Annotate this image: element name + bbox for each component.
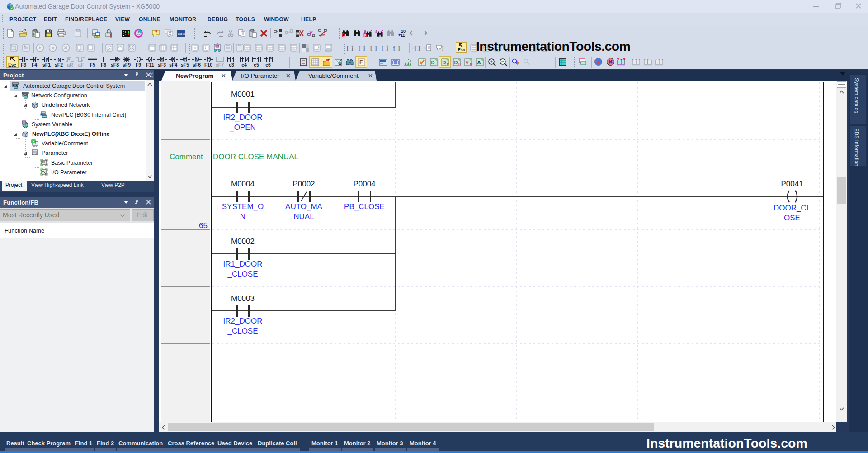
- svg-text:F: F: [208, 57, 210, 62]
- svg-text:8: 8: [424, 46, 426, 50]
- svg-text:P: P: [46, 57, 49, 62]
- svg-text:v: v: [447, 62, 449, 66]
- svg-text:N: N: [58, 57, 61, 62]
- svg-text:Esc: Esc: [458, 48, 465, 52]
- svg-text:P: P: [184, 57, 187, 62]
- svg-text:D: D: [443, 60, 446, 65]
- svg-text:SSO: SSO: [178, 32, 185, 36]
- svg-text:c: c: [470, 62, 472, 66]
- svg-text:]: ]: [375, 44, 377, 51]
- svg-text:F: F: [359, 59, 363, 66]
- svg-text:c: c: [458, 62, 461, 66]
- svg-text:]: ]: [418, 44, 420, 51]
- svg-text:D: D: [431, 60, 435, 65]
- svg-text:D: D: [454, 60, 458, 65]
- svg-text:[: [: [347, 44, 349, 51]
- svg-text:11: 11: [401, 33, 405, 38]
- svg-text:P: P: [259, 56, 261, 60]
- svg-text:]: ]: [398, 44, 400, 51]
- svg-text:R: R: [172, 57, 175, 62]
- svg-text:A: A: [477, 60, 481, 65]
- svg-text:S: S: [161, 57, 164, 62]
- svg-text:[: [: [415, 44, 417, 51]
- svg-text:D: D: [342, 33, 345, 38]
- svg-text:[: [: [359, 44, 361, 51]
- svg-text:[: [: [382, 44, 384, 51]
- svg-text:[: [: [370, 44, 373, 51]
- svg-text:?: ?: [155, 30, 157, 35]
- svg-text:N: N: [196, 57, 199, 62]
- svg-text:N: N: [270, 56, 273, 60]
- svg-text:]: ]: [351, 44, 353, 51]
- svg-text:D: D: [363, 33, 367, 38]
- svg-text:?: ?: [91, 47, 93, 51]
- svg-text:Esc: Esc: [8, 62, 16, 67]
- svg-text:abc: abc: [380, 62, 384, 65]
- svg-text:]: ]: [442, 44, 443, 51]
- svg-text:V: V: [466, 60, 469, 65]
